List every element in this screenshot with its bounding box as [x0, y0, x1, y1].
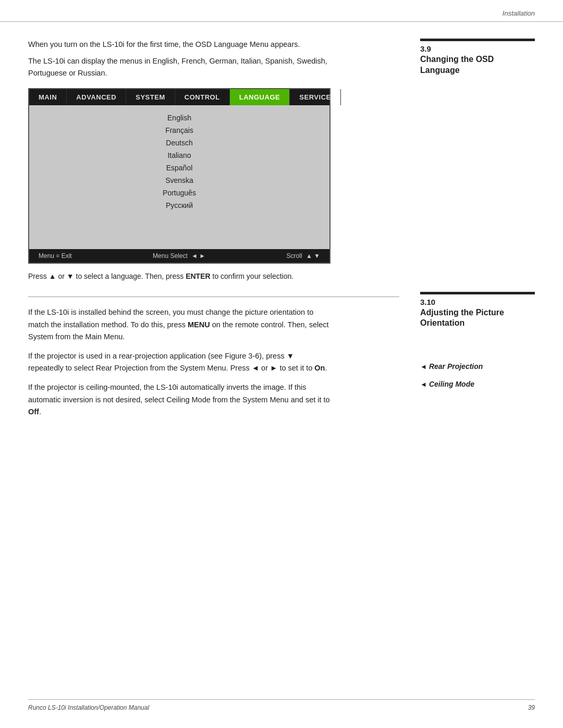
osd-menu-language: LANGUAGE	[230, 89, 290, 105]
section-310-heading: 3.10 Adjusting the PictureOrientation	[420, 292, 535, 329]
osd-menu-main: MAIN	[29, 89, 67, 105]
intro-paragraph-1: When you turn on the LS-10i for the firs…	[28, 39, 331, 50]
enter-bold: ENTER	[186, 272, 210, 280]
osd-menu-advanced: ADVANCED	[67, 89, 126, 105]
sidebar-note-ceiling-mode: ◄ Ceiling Mode	[420, 380, 535, 388]
osd-menu-system: SYSTEM	[126, 89, 175, 105]
section-divider	[28, 297, 399, 297]
intro-paragraph-2: The LS-10i can display the menus in Engl…	[28, 55, 331, 79]
osd-footer-exit: Menu = Exit	[39, 252, 72, 260]
section-310-body: If the LS-10i is installed behind the sc…	[28, 306, 399, 418]
lang-english: English	[29, 112, 329, 124]
lang-deutsch: Deutsch	[29, 137, 329, 149]
section-39-bar	[420, 39, 535, 41]
page-content: When you turn on the LS-10i for the firs…	[0, 22, 563, 425]
lang-portugues: Português	[29, 187, 329, 199]
osd-screenshot: MAIN ADVANCED SYSTEM CONTROL LANGUAGE SE…	[28, 88, 331, 264]
lang-francais: Français	[29, 124, 329, 137]
sidebar-note-rear-projection: ◄ Rear Projection	[420, 362, 535, 371]
lang-espanol: Español	[29, 162, 329, 174]
header-label: Installation	[503, 9, 535, 17]
footer-left: Runco LS-10i Installation/Operation Manu…	[28, 704, 149, 711]
right-spacer	[420, 89, 535, 292]
press-enter-text: Press ▲ or ▼ to select a language. Then,…	[28, 271, 331, 282]
body-text-1: If the LS-10i is installed behind the sc…	[28, 306, 331, 343]
osd-body: English Français Deutsch Italiano Españo…	[29, 105, 329, 249]
off-bold: Off	[28, 408, 39, 416]
lang-italiano: Italiano	[29, 149, 329, 162]
triangle-icon-1: ◄	[420, 363, 427, 371]
section-310-title: Adjusting the PictureOrientation	[420, 307, 535, 329]
right-spacer-2	[420, 341, 535, 362]
osd-menu-control: CONTROL	[175, 89, 230, 105]
body-text-2: If the projector is used in a rear-proje…	[28, 350, 331, 374]
ceiling-mode-label: Ceiling Mode	[429, 380, 474, 388]
osd-footer-select: Menu Select ◄ ►	[153, 252, 205, 260]
on-bold: On	[314, 364, 325, 372]
right-column: 3.9 Changing the OSDLanguage 3.10 Adjust…	[420, 39, 535, 425]
left-column: When you turn on the LS-10i for the firs…	[28, 39, 399, 425]
section-310-number: 3.10	[420, 298, 535, 306]
rear-projection-label: Rear Projection	[429, 362, 483, 371]
lang-russian: Русский	[29, 199, 329, 212]
osd-menu-service: SERVICE	[290, 89, 340, 105]
section-310-bar	[420, 292, 535, 294]
osd-menu-bar: MAIN ADVANCED SYSTEM CONTROL LANGUAGE SE…	[29, 89, 329, 105]
footer-right: 39	[528, 704, 535, 711]
body-text-3: If the projector is ceiling-mounted, the…	[28, 381, 331, 418]
section-39-heading: 3.9 Changing the OSDLanguage	[420, 39, 535, 76]
page-header: Installation	[0, 0, 563, 22]
osd-footer: Menu = Exit Menu Select ◄ ► Scroll ▲ ▼	[29, 249, 329, 263]
section-39-title: Changing the OSDLanguage	[420, 54, 535, 76]
lang-svenska: Svenska	[29, 174, 329, 187]
triangle-icon-2: ◄	[420, 380, 427, 388]
section-39-number: 3.9	[420, 44, 535, 53]
osd-footer-scroll: Scroll ▲ ▼	[287, 252, 320, 260]
menu-bold: MENU	[188, 320, 210, 329]
page-footer: Runco LS-10i Installation/Operation Manu…	[28, 699, 535, 711]
